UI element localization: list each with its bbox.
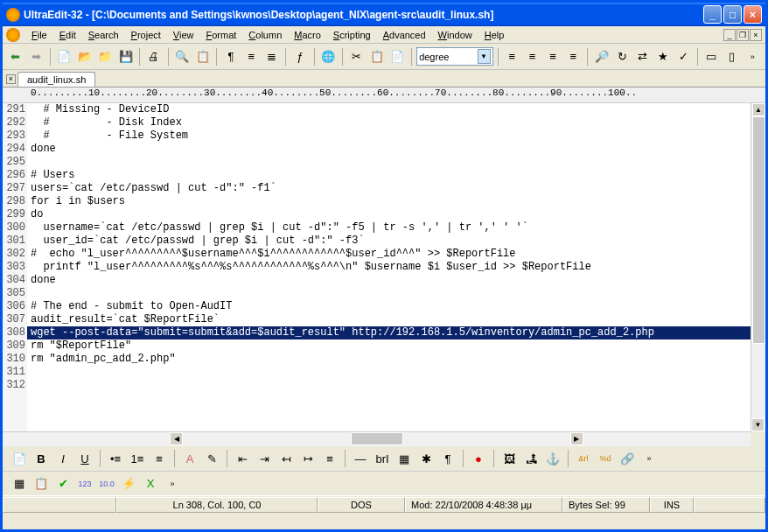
hr-button[interactable]: — [351,449,370,468]
tool-grid-button[interactable]: ▦ [10,474,29,494]
table-button[interactable]: ▦ [394,449,414,468]
open-file-button[interactable]: 📂 [75,47,94,66]
tool-abc-button[interactable]: 10.0 [97,474,116,494]
minimize-button[interactable]: _ [703,5,722,24]
tool-check-button[interactable]: ✔ [53,474,73,494]
code-line[interactable]: wget --post-data="submit=submit&add=$aud… [27,326,765,340]
overflow3-button[interactable]: » [163,474,182,494]
pen-button[interactable]: ✎ [202,449,221,468]
mdi-minimize-button[interactable]: _ [723,29,736,41]
html-tool-button[interactable]: 📄 [10,449,29,468]
new-file-button[interactable]: 📄 [55,47,73,66]
tab-close-button[interactable]: × [6,74,16,84]
code-line[interactable]: done [27,274,765,287]
menu-scripting[interactable]: Scripting [327,28,377,42]
find-button[interactable]: 🔎 [592,47,611,66]
code-line[interactable] [27,156,765,169]
menu-edit[interactable]: Edit [53,28,82,42]
asterisk-button[interactable]: ✱ [416,449,436,468]
center-button[interactable]: ≡ [320,449,339,468]
list-item-button[interactable]: ≡ [150,449,169,468]
italic-button[interactable]: I [53,449,73,468]
mdi-close-button[interactable]: × [750,29,762,41]
maximize-button[interactable]: □ [723,5,742,24]
scroll-thumb-h[interactable] [351,432,403,445]
menu-view[interactable]: View [167,28,200,42]
code-line[interactable]: rm "$ReportFile" [27,340,765,353]
function-list-button[interactable]: ƒ [290,47,309,66]
hex-button[interactable]: ≣ [262,47,281,66]
paste-button[interactable]: 📄 [388,47,407,66]
scroll-down-button[interactable]: ▼ [751,418,765,431]
tile-v-button[interactable]: ▯ [723,47,741,66]
scroll-right-button[interactable]: ▶ [570,432,583,445]
code-line[interactable]: do [27,208,765,221]
menu-format[interactable]: Format [200,28,243,42]
find-next-button[interactable]: ↻ [612,47,631,66]
ftp-button[interactable]: 📋 [193,47,212,66]
code-line[interactable]: user_id=`cat /etc/passwd | grep $i | cut… [27,234,765,248]
code-line[interactable]: # - Disk Index [27,116,765,130]
titlebar[interactable]: UltraEdit-32 - [C:\Documents and Setting… [3,3,765,26]
tag-button[interactable]: %d [596,449,615,468]
code-line[interactable]: for i in $users [27,195,765,208]
code-line[interactable]: rm "admin_pc_add_2.php" [27,353,765,366]
code-line[interactable]: # The end - submit to Open-AudIT [27,300,765,313]
close-button[interactable]: × [744,5,762,24]
copy-button[interactable]: 📋 [367,47,386,66]
code-line[interactable]: # echo "l_user^^^^^^^^^$username^^^$i^^^… [27,248,765,261]
tool-numbers-button[interactable]: 123 [75,474,94,494]
image-button[interactable]: 🖼 [499,449,519,468]
code-line[interactable]: # Users [27,169,765,182]
align-right-button[interactable]: ≡ [543,47,562,66]
close-file-button[interactable]: 📁 [95,47,114,66]
tool-copy-button[interactable]: 📋 [31,474,51,494]
vertical-scrollbar[interactable]: ▲ ▼ [751,103,765,431]
code-line[interactable]: # Missing - DeviceID [27,103,765,116]
link-button[interactable]: 🔗 [618,449,637,468]
indent-inc-button[interactable]: ⇥ [255,449,274,468]
align-center-button[interactable]: ≡ [523,47,541,66]
replace-button[interactable]: ⇄ [633,47,652,66]
save-button[interactable]: 💾 [116,47,135,66]
forward-button[interactable]: ➡ [26,47,45,66]
menu-project[interactable]: Project [125,28,167,42]
file-tab[interactable]: audit_linux.sh [17,72,95,87]
code-area[interactable]: # Missing - DeviceID # - Disk Index # - … [27,103,765,446]
highlight-button[interactable]: A [180,449,199,468]
spell-button[interactable]: ✓ [674,47,692,66]
scroll-left-button[interactable]: ◀ [170,432,183,445]
bold-button[interactable]: B [31,449,51,468]
search-combo[interactable]: degree ▼ [416,47,492,66]
code-line[interactable]: done [27,143,765,156]
list-ol-button[interactable]: 1≡ [128,449,147,468]
underline-button[interactable]: U [75,449,94,468]
menu-advanced[interactable]: Advanced [377,28,432,42]
menu-search[interactable]: Search [82,28,125,42]
code-line[interactable]: audit_result=`cat $ReportFile` [27,313,765,326]
scroll-up-button[interactable]: ▲ [752,103,765,116]
preview-button[interactable]: 🔍 [173,47,192,66]
script-button[interactable]: &rl [574,449,593,468]
tool-js-button[interactable]: ⚡ [119,474,138,494]
br-button[interactable]: brI [373,449,392,468]
record-button[interactable]: ● [469,449,488,468]
justify-button[interactable]: ≡ [564,47,583,66]
code-line[interactable] [27,366,765,379]
code-line[interactable] [27,379,765,392]
line-numbers-button[interactable]: ≡ [242,47,261,66]
menu-file[interactable]: File [25,28,53,42]
code-line[interactable] [27,287,765,300]
outdent-button[interactable]: ↤ [276,449,296,468]
list-ul-button[interactable]: •≡ [106,449,125,468]
chevron-down-icon[interactable]: ▼ [478,49,491,64]
mdi-restore-button[interactable]: ❐ [737,29,749,41]
web-preview-button[interactable]: 🌐 [319,47,338,66]
menu-window[interactable]: Window [432,28,478,42]
tile-h-button[interactable]: ▭ [702,47,721,66]
code-line[interactable]: printf "l_user^^^^^^^^^%s^^^%s^^^^^^^^^^… [27,261,765,274]
anchor-icon[interactable]: ⚓ [543,449,562,468]
overflow-button[interactable]: » [744,47,762,66]
word-wrap-button[interactable]: ¶ [221,47,240,66]
para-button[interactable]: ¶ [438,449,457,468]
